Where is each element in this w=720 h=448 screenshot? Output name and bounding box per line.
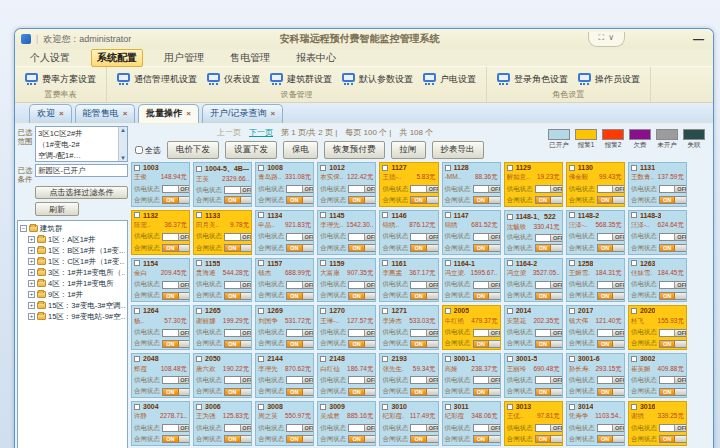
switch-status-toggle[interactable]: ON: [162, 435, 190, 443]
supply-status-toggle[interactable]: OFF: [659, 281, 687, 289]
switch-status-toggle[interactable]: ON: [597, 388, 625, 396]
switch-status-toggle[interactable]: ON: [286, 244, 314, 252]
supply-status-toggle[interactable]: OFF: [535, 185, 563, 193]
switch-status-toggle[interactable]: ON: [286, 435, 314, 443]
supply-status-toggle[interactable]: OFF: [224, 233, 252, 241]
ribbon-button[interactable]: 默认参数设置: [342, 73, 413, 86]
choose-filter-button[interactable]: 点击选择过滤条件: [35, 186, 128, 199]
supply-status-toggle[interactable]: OFF: [473, 329, 501, 337]
card-checkbox[interactable]: [320, 308, 326, 314]
card-checkbox[interactable]: [258, 212, 264, 218]
supply-status-toggle[interactable]: OFF: [224, 281, 252, 289]
supply-status-toggle[interactable]: OFF: [659, 185, 687, 193]
card-checkbox[interactable]: [507, 308, 513, 314]
card-checkbox[interactable]: [631, 356, 637, 362]
card-checkbox[interactable]: [320, 356, 326, 362]
batch-action-button[interactable]: 恢复预付费: [324, 141, 385, 159]
tab-close-icon[interactable]: ×: [271, 109, 276, 118]
card-checkbox[interactable]: [507, 260, 513, 266]
switch-status-toggle[interactable]: ON: [473, 244, 501, 252]
switch-status-toggle[interactable]: ON: [659, 388, 687, 396]
switch-status-toggle[interactable]: ON: [410, 435, 438, 443]
supply-status-toggle[interactable]: OFF: [410, 376, 438, 384]
batch-action-button[interactable]: 电价下发: [167, 141, 219, 159]
expander-icon[interactable]: +: [28, 258, 35, 265]
supply-status-toggle[interactable]: OFF: [162, 329, 190, 337]
card-checkbox[interactable]: [631, 212, 637, 218]
meter-card[interactable]: 1154 金白 209.45元 供电状态 OFF: [131, 258, 190, 303]
switch-status-toggle[interactable]: ON: [659, 435, 687, 443]
card-checkbox[interactable]: [445, 404, 451, 410]
tree-item[interactable]: + 1区：B区1#井（1#变…: [20, 245, 125, 256]
meter-card[interactable]: 3016 谢绣 339.25元 供电状态 OFF: [628, 401, 687, 446]
supply-status-toggle[interactable]: OFF: [348, 424, 376, 432]
meter-card[interactable]: 1159 大富康 907.35元 供电状态 OFF: [317, 258, 376, 303]
card-checkbox[interactable]: [196, 356, 202, 362]
card-checkbox[interactable]: [258, 404, 264, 410]
meter-card[interactable]: 1271 李涛杰 533.03元 供电状态 OFF: [379, 305, 438, 350]
card-checkbox[interactable]: [382, 404, 388, 410]
document-tab[interactable]: 开户/记录查询 ×: [202, 104, 283, 123]
supply-status-toggle[interactable]: OFF: [348, 329, 376, 337]
tree-item[interactable]: + 15区：9#变电站-9#空…: [20, 311, 125, 322]
switch-status-toggle[interactable]: ON: [162, 340, 190, 348]
card-checkbox[interactable]: [569, 212, 575, 218]
card-checkbox[interactable]: [258, 260, 264, 266]
meter-card[interactable]: 2144 李理先 870.62元 供电状态 OFF: [255, 353, 314, 398]
supply-status-toggle[interactable]: OFF: [162, 185, 190, 193]
card-checkbox[interactable]: [569, 308, 575, 314]
switch-status-toggle[interactable]: ON: [410, 340, 438, 348]
document-tab[interactable]: 批量操作 ×: [138, 104, 199, 123]
card-checkbox[interactable]: [382, 308, 388, 314]
switch-status-toggle[interactable]: ON: [410, 244, 438, 252]
tree-item[interactable]: + 4区：1#井1#变电所: [20, 278, 125, 289]
meter-card[interactable]: 3009 吴成君 885.16元 供电状态 OFF: [317, 401, 376, 446]
meter-card[interactable]: 2017 钱大伟 121.40元 供电状态 OFF: [566, 305, 625, 350]
card-checkbox[interactable]: [507, 165, 513, 171]
switch-status-toggle[interactable]: ON: [224, 388, 252, 396]
supply-status-toggle[interactable]: OFF: [535, 329, 563, 337]
card-checkbox[interactable]: [196, 308, 202, 314]
supply-status-toggle[interactable]: OFF: [535, 424, 563, 432]
card-checkbox[interactable]: [569, 356, 575, 362]
switch-status-toggle[interactable]: ON: [162, 244, 190, 252]
meter-card[interactable]: 1004-5、4B— 王英 2329.66.. 供电状态 OFF: [193, 162, 252, 207]
batch-action-button[interactable]: 抄表导出: [432, 141, 484, 159]
switch-status-toggle[interactable]: ON: [348, 388, 376, 396]
menu-item[interactable]: 系统配置: [91, 49, 143, 67]
document-tab[interactable]: 欢迎 ×: [29, 104, 72, 123]
meter-card[interactable]: 1147 锦绣 681.52元 供电状态 OFF: [442, 210, 501, 255]
card-checkbox[interactable]: [631, 165, 637, 171]
supply-status-toggle[interactable]: OFF: [410, 281, 438, 289]
supply-status-toggle[interactable]: OFF: [410, 233, 438, 241]
card-checkbox[interactable]: [196, 166, 202, 172]
document-tab[interactable]: 能管售电 ×: [75, 104, 136, 123]
meter-card[interactable]: 2193 张先生. 59.34元 供电状态 OFF: [379, 353, 438, 398]
switch-status-toggle[interactable]: ON: [224, 292, 252, 300]
tree-item[interactable]: + 1区：C区1#井（1#变…: [20, 256, 125, 267]
card-checkbox[interactable]: [258, 165, 264, 171]
expander-icon[interactable]: +: [28, 313, 35, 320]
switch-status-toggle[interactable]: ON: [348, 340, 376, 348]
switch-status-toggle[interactable]: ON: [597, 435, 625, 443]
tree-item[interactable]: + 15区：3#变电-3#空调…: [20, 300, 125, 311]
card-checkbox[interactable]: [134, 356, 140, 362]
meter-card[interactable]: 1134 申品.. 921.83元 供电状态 OFF: [255, 210, 314, 255]
card-checkbox[interactable]: [507, 404, 513, 410]
supply-status-toggle[interactable]: OFF: [597, 185, 625, 193]
scroll-up-icon[interactable]: ▲: [120, 127, 126, 133]
next-page-link[interactable]: 下一页: [249, 127, 273, 138]
expander-icon[interactable]: +: [28, 269, 35, 276]
switch-status-toggle[interactable]: ON: [162, 388, 190, 396]
card-checkbox[interactable]: [631, 404, 637, 410]
switch-status-toggle[interactable]: ON: [286, 196, 314, 204]
switch-status-toggle[interactable]: ON: [162, 196, 190, 204]
expander-icon[interactable]: +: [28, 302, 35, 309]
card-checkbox[interactable]: [507, 356, 513, 362]
card-checkbox[interactable]: [134, 404, 140, 410]
chevron-down-icon[interactable]: ∨: [608, 33, 614, 42]
tab-close-icon[interactable]: ×: [59, 109, 64, 118]
meter-card[interactable]: 1132 陈需.. 36.37元 供电状态 OFF: [131, 210, 190, 255]
card-checkbox[interactable]: [196, 404, 202, 410]
meter-card[interactable]: 1161 李惠孟 367.17元 供电状态 OFF: [379, 258, 438, 303]
